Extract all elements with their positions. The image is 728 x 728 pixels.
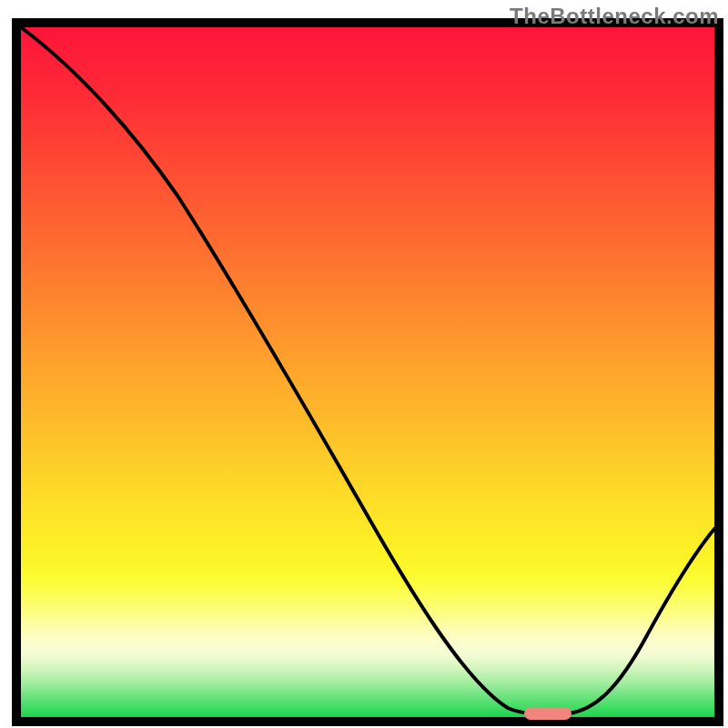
plot-background — [21, 27, 714, 717]
chart-canvas: TheBottleneck.com — [0, 0, 728, 728]
watermark-label: TheBottleneck.com — [510, 4, 719, 29]
optimal-marker — [524, 707, 571, 720]
chart-svg — [0, 0, 728, 728]
